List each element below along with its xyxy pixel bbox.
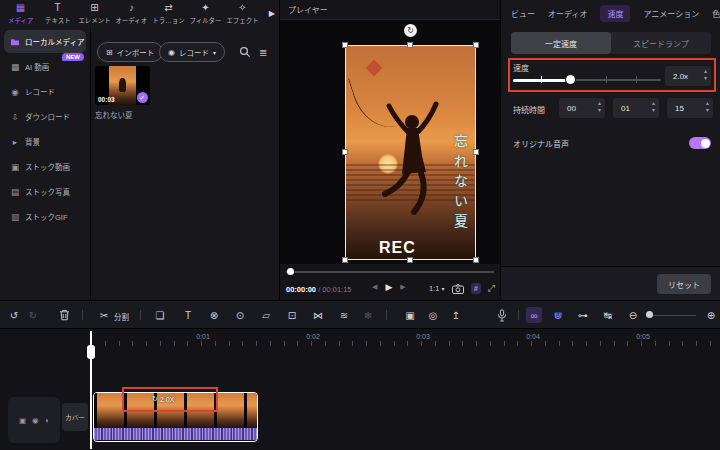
split-label[interactable]: 分割: [114, 311, 129, 322]
record-button[interactable]: ◉ レコード ▾: [159, 42, 225, 62]
timeline-ruler[interactable]: 0:01 0:02 0:03 0:04 0:05: [0, 331, 720, 347]
import-button[interactable]: ⊞ インポート: [97, 42, 163, 62]
transport-controls: ◀ ▶ ▶: [372, 282, 406, 292]
motion-tracking-icon[interactable]: ◎: [425, 307, 441, 323]
play-button[interactable]: ▶: [385, 282, 392, 292]
timeline-zoom-slider[interactable]: [646, 315, 696, 317]
snapshot-camera-icon[interactable]: [452, 284, 464, 294]
tab-transition[interactable]: ⇄ トラ…ョン: [150, 3, 187, 25]
mirror-icon[interactable]: ⋈: [310, 307, 326, 323]
hours-stepper[interactable]: ▴▾: [598, 100, 601, 114]
remove-silence-icon[interactable]: ⊗: [206, 307, 222, 323]
fullscreen-icon[interactable]: ⤢: [488, 283, 495, 294]
mask-icon[interactable]: ❏: [152, 307, 168, 323]
speed-value-input[interactable]: 2.0x ▴▾: [665, 66, 711, 86]
reset-button[interactable]: リセット: [657, 274, 711, 294]
sidebar-item-local-media[interactable]: ローカルメディア: [4, 30, 86, 53]
audio-wave-icon[interactable]: ≋: [336, 307, 352, 323]
speed-stepper[interactable]: ▴▾: [704, 68, 707, 82]
selection-handle-s[interactable]: [408, 258, 412, 262]
freeze-frame-icon[interactable]: ❄: [360, 307, 376, 323]
scrubber-track[interactable]: [286, 271, 494, 273]
tab-effect[interactable]: ✧ エフェクト: [224, 3, 261, 25]
selection-handle-nw[interactable]: [343, 43, 347, 47]
timeline-zoom-handle[interactable]: [646, 311, 653, 318]
prev-frame-button[interactable]: ◀: [372, 283, 377, 291]
link-clips-icon[interactable]: ∞: [526, 307, 542, 323]
mode-constant-speed[interactable]: 一定速度: [511, 32, 611, 54]
rotate-handle-icon[interactable]: ↻: [404, 24, 417, 37]
duration-hours-input[interactable]: 00 ▴▾: [559, 98, 605, 118]
cover-button[interactable]: カバー: [62, 403, 88, 431]
tab-filter[interactable]: ✦ フィルター: [187, 3, 224, 25]
ratio-selector[interactable]: 1:1 ▾: [429, 284, 445, 293]
record-icon: ◉: [10, 87, 20, 97]
speed-tool-icon[interactable]: ⊙: [232, 307, 248, 323]
selection-handle-w[interactable]: [343, 150, 347, 154]
scrubber-handle[interactable]: [287, 268, 294, 275]
sidebar-item-download[interactable]: ⇩ ダウンロード: [4, 105, 86, 128]
minutes-stepper[interactable]: ▴▾: [652, 100, 655, 114]
sidebar-item-stock-video[interactable]: ▣ ストック動画: [4, 155, 86, 178]
text-tool-icon[interactable]: T: [180, 307, 196, 323]
pip-icon[interactable]: ⊡: [284, 307, 300, 323]
speed-slider-handle[interactable]: [566, 75, 575, 84]
playhead-handle[interactable]: [87, 345, 95, 359]
caption-template-icon[interactable]: ▣: [402, 307, 418, 323]
tab-animation[interactable]: アニメーション: [643, 8, 699, 19]
duration-minutes-input[interactable]: 01 ▴▾: [613, 98, 659, 118]
video-frame[interactable]: 忘れない夏 REC: [345, 45, 476, 260]
tab-color[interactable]: 色: [712, 8, 720, 19]
tab-media[interactable]: ▦ メディア: [2, 3, 39, 25]
more-tabs-icon[interactable]: ▶: [269, 9, 275, 18]
selection-handle-se[interactable]: [474, 258, 478, 262]
search-icon[interactable]: [239, 46, 251, 58]
next-frame-button[interactable]: ▶: [400, 283, 405, 291]
tab-audio-props[interactable]: オーディオ: [548, 8, 587, 19]
chain-link-icon[interactable]: ⊶: [575, 307, 591, 323]
export-frame-icon[interactable]: ↥: [448, 307, 464, 323]
undo-icon[interactable]: ↺: [6, 307, 22, 323]
original-audio-label: オリジナル音声: [513, 138, 569, 149]
selection-handle-n[interactable]: [408, 43, 412, 47]
element-icon: ⊞: [90, 3, 98, 14]
duration-seconds-input[interactable]: 15 ▴▾: [667, 98, 713, 118]
sidebar-item-ai-video[interactable]: ▦ AI 動画 NEW: [4, 55, 86, 78]
selection-handle-e[interactable]: [474, 150, 478, 154]
sort-list-icon[interactable]: ≣: [259, 47, 267, 58]
sidebar-item-record[interactable]: ◉ レコード: [4, 80, 86, 103]
redo-icon[interactable]: ↻: [25, 307, 41, 323]
preview-canvas[interactable]: ↻ 忘れない夏 REC: [280, 20, 500, 264]
voiceover-mic-icon[interactable]: [494, 307, 510, 323]
tab-element[interactable]: ⊞ エレメント: [76, 3, 113, 25]
zoom-out-icon[interactable]: ⊖: [625, 307, 641, 323]
tab-audio[interactable]: ♪ オーディオ: [113, 3, 150, 25]
lock-icon[interactable]: ▣: [19, 416, 26, 425]
mode-speed-ramp[interactable]: スピードランプ: [611, 32, 711, 54]
original-audio-toggle[interactable]: [689, 137, 711, 149]
selection-handle-ne[interactable]: [474, 43, 478, 47]
tab-speed[interactable]: 速度: [600, 5, 630, 22]
tab-view[interactable]: ビュー: [511, 8, 535, 19]
hide-eye-icon[interactable]: ◉: [32, 416, 39, 425]
selection-handle-sw[interactable]: [343, 258, 347, 262]
timeline-clip[interactable]: ↻ 2.0X: [93, 392, 258, 442]
player-controls: 00:00:00 / 00:01:15 ◀ ▶ ▶ 1:1 ▾ # ⤢: [280, 279, 500, 300]
new-badge: NEW: [62, 53, 84, 61]
sidebar-item-stock-photo[interactable]: ▤ ストック写真: [4, 180, 86, 203]
auto-ripple-icon[interactable]: ↹: [600, 307, 616, 323]
zoom-in-icon[interactable]: ⊕: [703, 307, 719, 323]
grid-toggle-icon[interactable]: #: [471, 283, 481, 294]
tab-text[interactable]: T テキスト: [39, 3, 76, 25]
sidebar-item-background[interactable]: ▸ 背景: [4, 130, 86, 153]
sidebar-item-stock-gif[interactable]: ▥ ストックGIF: [4, 205, 86, 228]
magnet-snap-icon[interactable]: ⋓: [550, 307, 566, 323]
mute-icon[interactable]: ◖: [45, 416, 50, 425]
player-scrubber[interactable]: [280, 264, 500, 278]
split-scissors-icon[interactable]: ✂: [96, 307, 112, 323]
media-sidebar: ローカルメディア ▦ AI 動画 NEW ◉ レコード ⇩ ダウンロード ▸ 背…: [0, 28, 90, 300]
crop-icon[interactable]: ▱: [258, 307, 274, 323]
seconds-stepper[interactable]: ▴▾: [706, 100, 709, 114]
media-clip-thumbnail[interactable]: 00:03 ✓: [95, 66, 150, 105]
trash-icon[interactable]: [56, 307, 72, 323]
